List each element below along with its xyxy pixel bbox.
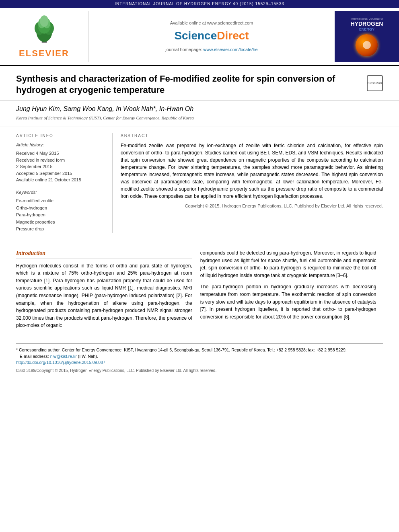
doi-line: http://dx.doi.org/10.1016/j.ijhydene.201… — [16, 359, 383, 366]
journal-logo-box: International Journal of HYDROGEN ENERGY — [350, 17, 383, 56]
introduction-heading: Introduction — [16, 249, 192, 259]
intro-right-column: compounds could be detected using para-h… — [200, 249, 376, 329]
page-header: ELSEVIER Available online at www.science… — [0, 8, 399, 66]
elsevier-tree-icon — [28, 13, 60, 45]
revised-label: Received in revised form — [16, 157, 106, 164]
email-label: E-mail address: — [20, 354, 49, 359]
intro-paragraph-2: compounds could be detected using para-h… — [200, 249, 376, 279]
section-divider — [16, 241, 383, 241]
available-online-text: Available online at www.sciencedirect.co… — [170, 20, 253, 26]
abstract-copyright: Copyright © 2015, Hydrogen Energy Public… — [121, 203, 383, 209]
journal-homepage-line: journal homepage: www.elsevier.com/locat… — [165, 47, 257, 53]
article-info-column: ARTICLE INFO Article history: Received 4… — [16, 133, 113, 233]
abstract-text: Fe-modified zeolite was prepared by ion-… — [121, 142, 383, 200]
elsevier-logo-section: ELSEVIER — [0, 11, 88, 62]
keywords-heading: Keywords: — [16, 189, 106, 195]
keywords-section: Keywords: Fe-modified zeolite Ortho-hydr… — [16, 189, 106, 233]
main-body: Introduction Hydrogen molecules consist … — [0, 245, 399, 337]
authors-list: Jung Hyun Kim, Sarng Woo Kang, In Wook N… — [16, 105, 383, 113]
journal-homepage-label: journal homepage: — [165, 47, 202, 52]
article-info-heading: ARTICLE INFO — [16, 133, 106, 139]
abstract-column: ABSTRACT Fe-modified zeolite was prepare… — [121, 133, 383, 233]
keyword-5: Pressure drop — [16, 226, 106, 233]
intro-paragraph-1: Hydrogen molecules consist in the forms … — [16, 262, 192, 329]
affiliation-text: Korea Institute of Science & Technology … — [16, 115, 383, 121]
keyword-1: Fe-modified zeolite — [16, 197, 106, 205]
corresponding-author-note: * Corresponding author. Center for Energ… — [16, 347, 383, 353]
crossmark-badge-section: CrossMark — [367, 75, 383, 91]
article-title: Synthesis and characterization of Fe-mod… — [16, 73, 361, 96]
authors-section: Jung Hyun Kim, Sarng Woo Kang, In Wook N… — [0, 101, 399, 123]
article-history: Article history: Received 4 May 2015 Rec… — [16, 142, 106, 183]
received-date: Received 4 May 2015 — [16, 150, 106, 157]
keyword-4: Magnetic properties — [16, 219, 106, 226]
journal-title-line3: ENERGY — [359, 27, 374, 32]
journal-homepage-link[interactable]: www.elsevier.com/locate/he — [204, 47, 258, 52]
journal-topbar: INTERNATIONAL JOURNAL OF HYDROGEN ENERGY… — [0, 0, 399, 8]
footer-issn-text: 0360-3199/Copyright © 2015, Hydrogen Ene… — [16, 368, 216, 373]
direct-label: Direct — [217, 29, 249, 42]
intro-left-column: Introduction Hydrogen molecules consist … — [16, 249, 192, 329]
footer-bar: 0360-3199/Copyright © 2015, Hydrogen Ene… — [0, 366, 399, 376]
journal-circle-inner — [363, 41, 371, 49]
available-online-date: Available online 21 October 2015 — [16, 177, 106, 183]
article-title-section: Synthesis and characterization of Fe-mod… — [0, 66, 399, 101]
journal-circle-icon — [356, 34, 378, 56]
accepted-date: Accepted 5 September 2015 — [16, 170, 106, 177]
journal-logo-section: International Journal of HYDROGEN ENERGY — [335, 11, 399, 62]
article-history-label: Article history: — [16, 142, 106, 148]
svg-point-7 — [40, 15, 48, 27]
email-name: (I.W. Nah). — [78, 354, 98, 359]
crossmark-label: CrossMark — [367, 82, 383, 85]
email-line: E-mail address: niw@kist.re.kr (I.W. Nah… — [16, 353, 383, 360]
revised-date: 2 September 2015 — [16, 163, 106, 170]
doi-link[interactable]: http://dx.doi.org/10.1016/j.ijhydene.201… — [16, 360, 105, 365]
article-info-abstract-section: ARTICLE INFO Article history: Received 4… — [0, 127, 399, 237]
keyword-2: Ortho-hydrogen — [16, 205, 106, 212]
elsevier-wordmark: ELSEVIER — [19, 47, 69, 60]
crossmark-badge: CrossMark — [367, 75, 383, 91]
email-link[interactable]: niw@kist.re.kr — [50, 354, 77, 359]
sciencedirect-section: Available online at www.sciencedirect.co… — [88, 11, 335, 62]
science-label: Science — [174, 29, 217, 42]
abstract-heading: ABSTRACT — [121, 133, 383, 139]
journal-topbar-text: INTERNATIONAL JOURNAL OF HYDROGEN ENERGY… — [115, 2, 284, 6]
footnote-section: * Corresponding author. Center for Energ… — [16, 343, 383, 366]
corresponding-author-text: * Corresponding author. Center for Energ… — [16, 347, 347, 352]
keyword-3: Para-hydrogen — [16, 212, 106, 219]
journal-title-line2: HYDROGEN — [351, 21, 383, 27]
sciencedirect-logo: ScienceDirect — [174, 28, 249, 43]
intro-paragraph-3: The para-hydrogen portion in hydrogen gr… — [200, 283, 376, 320]
